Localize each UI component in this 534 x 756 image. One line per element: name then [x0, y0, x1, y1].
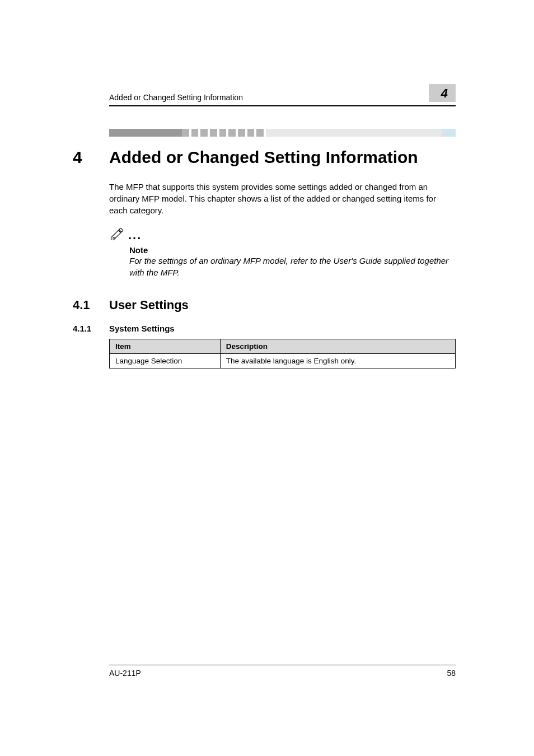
- footer-model: AU-211P: [109, 669, 141, 678]
- page-footer: AU-211P 58: [109, 665, 456, 678]
- running-head: Added or Changed Setting Information: [109, 93, 243, 102]
- chapter-number: 4: [73, 148, 109, 167]
- note-label: Note: [129, 245, 456, 255]
- section-number: 4.1: [73, 298, 109, 312]
- header-chapter-number: 4: [429, 84, 456, 102]
- table-header-item: Item: [110, 339, 221, 354]
- footer-page-number: 58: [447, 669, 456, 678]
- table-row: Language Selection The available languag…: [110, 354, 456, 368]
- table-cell-item: Language Selection: [110, 354, 221, 368]
- table-header-row: Item Description: [110, 339, 456, 354]
- pencil-icon: [109, 226, 125, 244]
- header-rule: [109, 105, 456, 106]
- settings-table: Item Description Language Selection The …: [109, 339, 456, 368]
- intro-paragraph: The MFP that supports this system provid…: [109, 181, 456, 216]
- chapter-title: Added or Changed Setting Information: [109, 148, 418, 167]
- subsection-number: 4.1.1: [73, 324, 109, 333]
- note-text: For the settings of an ordinary MFP mode…: [129, 255, 456, 278]
- section-title: User Settings: [109, 298, 189, 312]
- note-block: ... Note For the settings of an ordinary…: [109, 226, 456, 278]
- table-cell-description: The available language is English only.: [220, 354, 455, 368]
- table-header-description: Description: [220, 339, 455, 354]
- note-dots: ...: [128, 232, 142, 239]
- decorative-bar: [109, 129, 456, 137]
- subsection-title: System Settings: [109, 324, 175, 333]
